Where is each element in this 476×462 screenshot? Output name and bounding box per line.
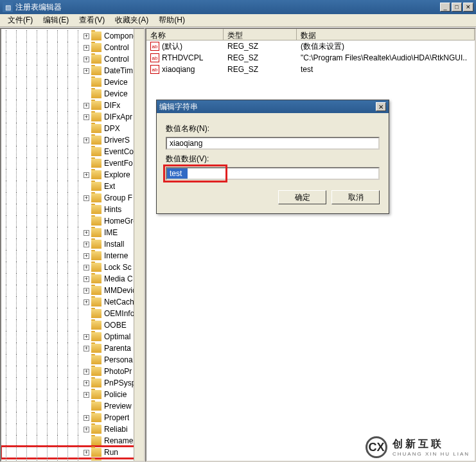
tree-item-photopr[interactable]: +PhotoPr [1, 366, 144, 377]
tree-item-label: NetCach [104, 298, 134, 307]
col-header-data[interactable]: 数据 [297, 29, 475, 40]
tree-expander[interactable]: + [84, 172, 89, 178]
tree-item-oobe[interactable]: +OOBE [1, 319, 144, 331]
menu-view[interactable]: 查看(V) [74, 13, 110, 27]
tree-item-persona[interactable]: +Persona [1, 354, 144, 366]
tree-expander[interactable]: + [84, 230, 89, 236]
tree-expander[interactable]: + [84, 346, 89, 351]
tree-item-parenta[interactable]: +Parenta [1, 342, 144, 354]
tree-item-label: Device [104, 89, 128, 98]
maximize-button[interactable]: □ [452, 3, 462, 12]
list-panel[interactable]: 名称 类型 数据 ab(默认)REG_SZ(数值未设置)abRTHDVCPLRE… [145, 28, 476, 462]
tree-expander[interactable]: + [84, 195, 89, 201]
tree-expander[interactable]: + [84, 427, 89, 432]
tree-item-eventfo[interactable]: +EventFo [1, 157, 144, 169]
dialog-close-button[interactable]: ✕ [376, 102, 386, 111]
tree-item-datetim[interactable]: +DateTim [1, 65, 144, 76]
tree-item-device[interactable]: +Device [1, 88, 144, 100]
tree-expander[interactable]: + [84, 253, 89, 259]
tree-expander[interactable]: + [84, 138, 89, 143]
tree-expander[interactable]: + [84, 265, 89, 271]
tree-item-control[interactable]: +Control [1, 53, 144, 65]
cell-name: abRTHDVCPL [146, 53, 224, 62]
ok-button[interactable]: 确定 [278, 190, 326, 204]
tree-item-lock sc[interactable]: +Lock Sc [1, 262, 144, 273]
tree-item-label: Lock Sc [104, 263, 132, 272]
tree-expander[interactable]: + [84, 334, 89, 340]
tree-item-ime[interactable]: +IME [1, 227, 144, 238]
tree-expander[interactable]: + [84, 114, 89, 120]
tree-expander[interactable]: + [84, 369, 89, 375]
tree-expander[interactable]: + [84, 45, 89, 51]
menu-edit[interactable]: 编辑(E) [38, 13, 74, 27]
value-name-field[interactable] [166, 137, 380, 150]
menu-file[interactable]: 文件(F) [3, 13, 38, 27]
tree-item-label: DPX [104, 124, 120, 133]
col-header-name[interactable]: 名称 [146, 29, 224, 40]
menu-favorites[interactable]: 收藏夹(A) [110, 13, 154, 27]
tree-item-label: Ext [104, 182, 115, 191]
tree-item-reliabi[interactable]: +Reliabi [1, 423, 144, 435]
tree-item-netcach[interactable]: +NetCach [1, 296, 144, 308]
close-button[interactable]: ✕ [463, 3, 473, 12]
tree-expander[interactable]: + [84, 276, 89, 282]
cell-name: ab(默认) [146, 41, 224, 52]
list-row[interactable]: ab(默认)REG_SZ(数值未设置) [146, 40, 475, 52]
tree-item-device[interactable]: +Device [1, 76, 144, 88]
tree-item-group f[interactable]: +Group F [1, 192, 144, 204]
list-row[interactable]: abRTHDVCPLREG_SZ"C:\Program Files\Realte… [146, 52, 475, 64]
minimize-button[interactable]: _ [440, 3, 450, 12]
col-header-type[interactable]: 类型 [224, 29, 297, 40]
tree-expander[interactable]: + [84, 242, 89, 247]
tree-expander[interactable]: + [84, 299, 89, 305]
tree-item-ext[interactable]: +Ext [1, 181, 144, 192]
tree-item-policie[interactable]: +Policie [1, 389, 144, 400]
tree-item-oeminfo[interactable]: +OEMInfo [1, 308, 144, 319]
tree-item-dpx[interactable]: +DPX [1, 123, 144, 134]
tree-expander[interactable]: + [84, 380, 89, 386]
tree-item-label: PhotoPr [104, 367, 132, 376]
tree-item-mmdevic[interactable]: +MMDevic [1, 285, 144, 296]
tree-item-label: Interne [104, 251, 128, 260]
tree-item-drivers[interactable]: +DriverS [1, 134, 144, 146]
tree-item-install[interactable]: +Install [1, 238, 144, 250]
tree-item-compone[interactable]: +Compone [1, 30, 144, 42]
tree-expander[interactable]: + [84, 103, 89, 109]
tree-item-preview[interactable]: +Preview [1, 400, 144, 412]
tree-item-explore[interactable]: +Explore [1, 169, 144, 181]
tree-expander[interactable]: + [84, 415, 89, 421]
watermark-text: 创新互联 CHUANG XIN HU LIAN [392, 438, 470, 457]
list-row[interactable]: abxiaoqiangREG_SZtest [146, 64, 475, 75]
tree-item-eventco[interactable]: +EventCo [1, 146, 144, 157]
tree-item-renamef[interactable]: +RenameF [1, 435, 144, 447]
tree-item-optimal[interactable]: +Optimal [1, 331, 144, 342]
tree-item-run[interactable]: +Run [1, 447, 144, 458]
tree-item-control[interactable]: +Control [1, 42, 144, 53]
tree-item-hints[interactable]: +Hints [1, 204, 144, 215]
tree-panel[interactable]: +Compone+Control+Control+DateTim+Device … [0, 28, 145, 462]
value-data-field[interactable] [166, 167, 380, 180]
tree-expander[interactable]: + [84, 288, 89, 294]
tree-item-label: Propert [104, 413, 129, 422]
cancel-button[interactable]: 取消 [331, 190, 380, 204]
tree-expander[interactable]: + [84, 392, 89, 398]
value-data-label: 数值数据(V): [166, 154, 380, 164]
tree-expander[interactable]: + [84, 57, 89, 62]
folder-icon [91, 205, 101, 214]
tree-item-difxapr[interactable]: +DIFxApr [1, 111, 144, 123]
tree-item-difx[interactable]: +DIFx [1, 100, 144, 111]
folder-icon [91, 112, 101, 121]
tree-item-media c[interactable]: +Media C [1, 273, 144, 285]
tree-expander[interactable]: + [84, 450, 89, 456]
tree-item-runonce[interactable]: +RunOnce [1, 458, 144, 462]
folder-icon [91, 147, 101, 156]
menu-help[interactable]: 帮助(H) [154, 13, 190, 27]
tree-scrollbar[interactable] [134, 29, 144, 461]
tree-item-interne[interactable]: +Interne [1, 250, 144, 262]
tree-expander[interactable]: + [84, 33, 89, 39]
tree-expander[interactable]: + [84, 68, 89, 74]
tree-item-homegro[interactable]: +HomeGro [1, 215, 144, 227]
tree-item-pnpsysp[interactable]: +PnPSysp [1, 377, 144, 389]
tree-item-propert[interactable]: +Propert [1, 412, 144, 423]
string-value-icon: ab [150, 53, 159, 62]
